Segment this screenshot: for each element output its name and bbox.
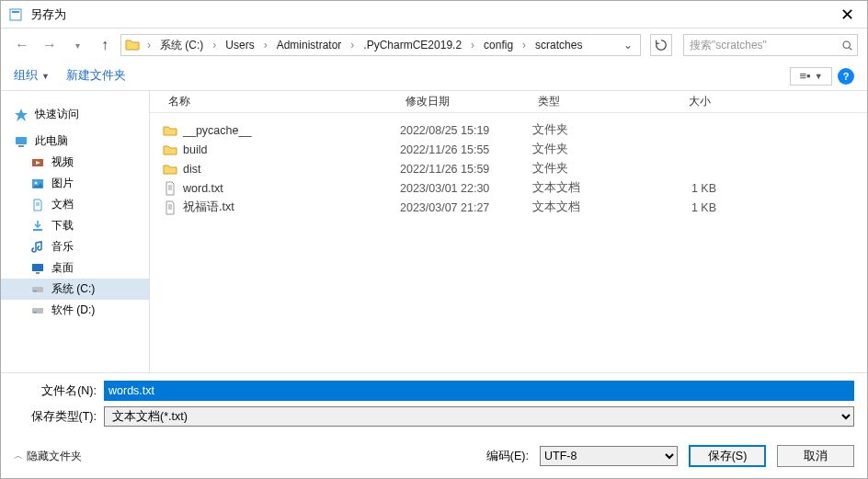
search-input[interactable]	[688, 38, 838, 52]
file-name: dist	[183, 163, 400, 176]
sidebar-item-label: 桌面	[51, 260, 74, 276]
svg-line-3	[850, 47, 852, 50]
help-button[interactable]: ?	[838, 68, 854, 85]
svg-marker-4	[15, 108, 28, 121]
breadcrumb-item[interactable]: .PyCharmCE2019.2	[358, 37, 467, 53]
col-name[interactable]: 名称	[163, 94, 400, 109]
filename-input[interactable]	[104, 381, 854, 401]
file-date: 2023/03/01 22:30	[400, 182, 532, 195]
breadcrumb-item[interactable]: scratches	[530, 37, 588, 53]
folder-icon	[163, 123, 177, 138]
file-type: 文本文档	[532, 180, 643, 196]
svg-rect-6	[18, 145, 24, 147]
sidebar-item-drive-c[interactable]: 系统 (C:)	[1, 279, 149, 300]
svg-rect-1	[12, 11, 19, 13]
toolbar-right: ≡▪ ▼ ?	[790, 67, 854, 86]
search-icon[interactable]	[841, 40, 853, 51]
breadcrumb[interactable]: › 系统 (C:) › Users › Administrator › .PyC…	[120, 34, 641, 56]
col-date[interactable]: 修改日期	[400, 94, 532, 109]
svg-rect-19	[33, 312, 37, 313]
file-row[interactable]: 祝福语.txt2023/03/07 21:27文本文档1 KB	[157, 198, 867, 217]
sidebar-item-music[interactable]: 音乐	[1, 236, 149, 257]
encoding-label: 编码(E):	[486, 449, 529, 464]
desktop-icon	[30, 261, 45, 276]
svg-rect-18	[32, 308, 43, 314]
search-box[interactable]	[683, 34, 858, 56]
sidebar-item-label: 文档	[51, 197, 74, 212]
chevron-right-icon: ›	[469, 39, 476, 51]
folder-icon	[125, 38, 140, 52]
svg-point-2	[843, 41, 850, 48]
sidebar-item-this-pc[interactable]: 此电脑	[1, 131, 149, 152]
refresh-button[interactable]	[650, 34, 672, 56]
chevron-down-icon: ▼	[815, 72, 823, 81]
sidebar-item-drive-d[interactable]: 软件 (D:)	[1, 300, 149, 321]
back-button[interactable]: ←	[10, 33, 34, 57]
sidebar-item-label: 图片	[51, 176, 74, 191]
sidebar-item-label: 下载	[51, 218, 74, 234]
window-title: 另存为	[30, 6, 835, 23]
file-row[interactable]: build2022/11/26 15:55文件夹	[157, 140, 867, 159]
file-row[interactable]: word.txt2023/03/01 22:30文本文档1 KB	[157, 178, 867, 198]
organize-menu[interactable]: 组织 ▼	[14, 68, 50, 84]
new-folder-label: 新建文件夹	[66, 68, 126, 84]
chevron-down-icon: ▼	[41, 72, 50, 81]
breadcrumb-item[interactable]: config	[478, 37, 519, 53]
breadcrumb-item[interactable]: Users	[220, 37, 259, 53]
file-date: 2022/11/26 15:59	[400, 163, 532, 176]
file-size: 1 KB	[643, 201, 716, 214]
navbar: ← → ▾ ↑ › 系统 (C:) › Users › Administrato…	[1, 29, 867, 62]
encoding-select[interactable]: UTF-8	[540, 446, 678, 466]
filename-label: 文件名(N):	[14, 383, 97, 399]
app-icon	[8, 7, 23, 22]
filetype-select[interactable]: 文本文档(*.txt)	[104, 406, 854, 427]
svg-rect-14	[32, 264, 43, 271]
filetype-label: 保存类型(T):	[14, 409, 97, 425]
sidebar-item-label: 此电脑	[35, 133, 68, 149]
save-button[interactable]: 保存(S)	[689, 445, 766, 467]
svg-point-10	[35, 181, 38, 184]
view-options-button[interactable]: ≡▪ ▼	[790, 67, 832, 86]
new-folder-button[interactable]: 新建文件夹	[66, 68, 126, 84]
breadcrumb-item[interactable]: Administrator	[271, 37, 348, 53]
breadcrumb-item[interactable]: 系统 (C:)	[154, 36, 209, 55]
file-list[interactable]: __pycache__2022/08/25 15:19文件夹build2022/…	[150, 113, 867, 372]
forward-button: →	[38, 33, 62, 57]
cancel-button[interactable]: 取消	[777, 445, 854, 467]
sidebar-item-video[interactable]: 视频	[1, 152, 149, 173]
svg-rect-15	[36, 272, 40, 274]
col-type[interactable]: 类型	[532, 94, 643, 109]
file-type: 文件夹	[532, 142, 643, 157]
sidebar-item-quick-access[interactable]: 快速访问	[1, 104, 149, 125]
svg-rect-0	[10, 9, 21, 20]
file-type: 文件夹	[532, 161, 643, 177]
pc-icon	[14, 134, 29, 149]
file-name: __pycache__	[183, 124, 400, 137]
sidebar-item-downloads[interactable]: 下载	[1, 215, 149, 236]
svg-rect-16	[32, 287, 43, 292]
chevron-right-icon: ›	[520, 39, 528, 51]
file-area: 名称 修改日期 类型 大小 __pycache__2022/08/25 15:1…	[150, 91, 867, 372]
footer: ︿ 隐藏文件夹 编码(E): UTF-8 保存(S) 取消	[1, 436, 867, 478]
chevron-up-icon: ︿	[14, 450, 23, 462]
column-headers: 名称 修改日期 类型 大小	[150, 91, 867, 113]
file-row[interactable]: dist2022/11/26 15:59文件夹	[157, 159, 867, 178]
up-button[interactable]: ↑	[93, 33, 117, 57]
recent-dropdown[interactable]: ▾	[65, 33, 89, 57]
hide-folders-toggle[interactable]: ︿ 隐藏文件夹	[14, 449, 82, 464]
sidebar-item-documents[interactable]: 文档	[1, 194, 149, 215]
sidebar-item-pictures[interactable]: 图片	[1, 173, 149, 194]
music-icon	[30, 240, 45, 255]
sidebar-item-label: 系统 (C:)	[51, 281, 95, 297]
dropdown-icon[interactable]: ⌄	[623, 39, 633, 51]
star-icon	[14, 108, 29, 122]
col-size[interactable]: 大小	[643, 94, 716, 109]
folder-icon	[163, 162, 177, 177]
sidebar-item-desktop[interactable]: 桌面	[1, 257, 149, 279]
svg-rect-13	[33, 229, 42, 231]
download-icon	[30, 219, 45, 234]
file-name: word.txt	[183, 182, 400, 195]
file-type: 文件夹	[532, 122, 643, 138]
close-button[interactable]: ✕	[835, 5, 860, 25]
file-row[interactable]: __pycache__2022/08/25 15:19文件夹	[157, 120, 867, 140]
